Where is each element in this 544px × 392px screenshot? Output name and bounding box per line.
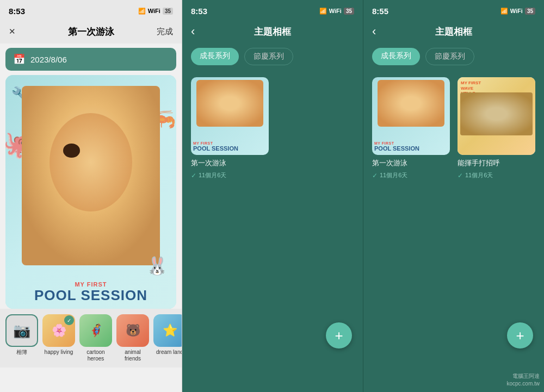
frame-card-title-pool-2: 第一次游泳 bbox=[191, 158, 269, 168]
status-icons-2: 📶 WiFi 35 bbox=[319, 8, 354, 15]
tab-festival-2[interactable]: 節慶系列 bbox=[244, 48, 293, 65]
frame-pool-small-2: MY FIRST bbox=[193, 141, 267, 145]
thumb-strip: 📷 相簿 ✓ 🌸 happy living 🦸 cartoon heroes 🐻… bbox=[0, 309, 182, 368]
close-button[interactable]: ✕ bbox=[9, 27, 30, 36]
date-bar[interactable]: 📅 2023/8/06 bbox=[5, 48, 176, 71]
frame-thumb-pool-3: MY FIRST POOL SESSION bbox=[372, 77, 450, 155]
frame-thumb-inner-pool-3: MY FIRST POOL SESSION bbox=[372, 77, 450, 155]
time-3: 8:55 bbox=[372, 7, 388, 16]
calendar-icon: 📅 bbox=[13, 53, 25, 65]
panel-frames-1: 8:53 📶 WiFi 35 ‹ 主題相框 成長系列 節慶系列 MY FIRST… bbox=[182, 0, 363, 392]
frame-pool-label-2: MY FIRST POOL SESSION bbox=[193, 141, 267, 152]
battery-1: 35 bbox=[163, 8, 173, 15]
thumb-label-dream-land: dream land bbox=[156, 349, 182, 356]
frame-thumb-hello-3: MY FIRSTWAVEHELLO bbox=[458, 77, 535, 155]
nav-bar-3: ‹ 主題相框 bbox=[363, 20, 544, 43]
frame-card-sub-hello-3: ✓ 11個月6天 bbox=[458, 171, 535, 179]
check-icon-pool-2: ✓ bbox=[191, 172, 196, 179]
frame-thumb-inner-pool-2: MY FIRST POOL SESSION bbox=[191, 77, 269, 155]
thumb-img-happy-living: ✓ 🌸 bbox=[42, 314, 75, 347]
wifi-icon-2: WiFi bbox=[329, 8, 342, 14]
frame-card-sub-text-hello-3: 11個月6天 bbox=[465, 171, 493, 179]
back-button-3[interactable]: ‹ bbox=[372, 24, 394, 39]
watermark-line1: 電腦王阿達 bbox=[506, 372, 540, 380]
status-bar-2: 8:53 📶 WiFi 35 bbox=[182, 0, 363, 20]
watermark-line2: kocpc.com.tw bbox=[506, 380, 540, 388]
rabbit-decoration: 🐰 bbox=[146, 256, 168, 276]
thumb-album[interactable]: 📷 相簿 bbox=[5, 314, 38, 362]
time-2: 8:53 bbox=[191, 7, 207, 16]
frame-thumb-inner-hello-3: MY FIRSTWAVEHELLO bbox=[458, 77, 535, 155]
panel-editor: 8:53 📶 WiFi 35 ✕ 第一次游泳 完成 📅 2023/8/06 🐙 … bbox=[0, 0, 182, 392]
nav-bar-1: ✕ 第一次游泳 完成 bbox=[0, 20, 182, 43]
wifi-icon-3: WiFi bbox=[510, 8, 523, 14]
status-icons-3: 📶 WiFi 35 bbox=[500, 8, 535, 15]
wifi-icon-1: WiFi bbox=[148, 8, 160, 14]
frame-card-sub-pool-2: ✓ 11個月6天 bbox=[191, 171, 269, 179]
frame-thumb-pool-2: MY FIRST POOL SESSION bbox=[191, 77, 269, 155]
frame-card-sub-pool-3: ✓ 11個月6天 bbox=[372, 171, 450, 179]
frame-baby-photo-pool-2 bbox=[196, 80, 263, 127]
thumb-label-animal-friends: animal friends bbox=[116, 349, 149, 362]
time-1: 8:53 bbox=[9, 7, 25, 16]
tab-festival-3[interactable]: 節慶系列 bbox=[425, 48, 474, 65]
frame-card-sub-text-pool-3: 11個月6天 bbox=[380, 171, 407, 179]
photo-card: 🐙 🦐 🔧 🐰 MY FIRST POOL SESSION bbox=[5, 75, 176, 309]
tab-growth-3[interactable]: 成長系列 bbox=[372, 48, 420, 65]
thumb-img-animal-friends: 🐻 bbox=[116, 314, 149, 347]
signal-icon-2: 📶 bbox=[319, 8, 327, 15]
add-button-2[interactable]: + bbox=[326, 322, 352, 349]
done-button[interactable]: 完成 bbox=[151, 27, 173, 37]
hello-baby-photo bbox=[460, 92, 533, 135]
thumb-animal-friends[interactable]: 🐻 animal friends bbox=[116, 314, 149, 362]
signal-icon-3: 📶 bbox=[500, 8, 508, 15]
frame-pool-small-3: MY FIRST bbox=[374, 141, 448, 145]
thumb-cartoon-heroes[interactable]: 🦸 cartoon heroes bbox=[79, 314, 112, 362]
tabs-bar-3: 成長系列 節慶系列 bbox=[363, 43, 544, 70]
page-title-1: 第一次游泳 bbox=[30, 26, 151, 38]
date-text: 2023/8/06 bbox=[30, 55, 67, 64]
baby-photo bbox=[22, 86, 160, 265]
battery-3: 35 bbox=[525, 8, 535, 15]
watermark: 電腦王阿達 kocpc.com.tw bbox=[506, 372, 540, 388]
frame-pool-big-2: POOL SESSION bbox=[193, 145, 267, 152]
card-label: MY FIRST POOL SESSION bbox=[5, 281, 176, 303]
thumb-img-album: 📷 bbox=[5, 314, 38, 347]
frame-card-title-pool-3: 第一次游泳 bbox=[372, 158, 450, 168]
status-bar-3: 8:55 📶 WiFi 35 bbox=[363, 0, 544, 20]
tab-growth-2[interactable]: 成長系列 bbox=[191, 48, 239, 65]
signal-icon-1: 📶 bbox=[138, 8, 146, 15]
status-icons-1: 📶 WiFi 35 bbox=[138, 8, 173, 15]
add-button-3[interactable]: + bbox=[507, 322, 533, 349]
page-title-2: 主題相框 bbox=[213, 26, 332, 38]
thumb-label-cartoon-heroes: cartoon heroes bbox=[79, 349, 112, 362]
check-icon-hello-3: ✓ bbox=[458, 172, 463, 179]
back-button-2[interactable]: ‹ bbox=[191, 24, 213, 39]
frame-pool-label-3: MY FIRST POOL SESSION bbox=[374, 141, 448, 152]
baby-face bbox=[22, 86, 160, 265]
page-title-3: 主題相框 bbox=[394, 26, 514, 38]
tabs-bar-2: 成長系列 節慶系列 bbox=[182, 43, 363, 70]
frame-card-pool-3[interactable]: MY FIRST POOL SESSION 第一次游泳 ✓ 11個月6天 bbox=[372, 77, 450, 384]
nav-bar-2: ‹ 主題相框 bbox=[182, 20, 363, 43]
battery-2: 35 bbox=[344, 8, 354, 15]
frame-card-sub-text-pool-2: 11個月6天 bbox=[199, 171, 226, 179]
thumb-happy-living[interactable]: ✓ 🌸 happy living bbox=[42, 314, 75, 362]
frame-pool-big-3: POOL SESSION bbox=[374, 145, 448, 152]
card-label-big: POOL SESSION bbox=[5, 288, 176, 303]
frame-baby-photo-pool-3 bbox=[378, 80, 444, 127]
thumb-img-cartoon-heroes: 🦸 bbox=[79, 314, 112, 347]
check-icon-pool-3: ✓ bbox=[372, 172, 378, 179]
frame-card-pool-2[interactable]: MY FIRST POOL SESSION 第一次游泳 ✓ 11個月6天 bbox=[191, 77, 269, 384]
thumb-img-dream-land: ⭐ bbox=[153, 314, 182, 347]
frame-card-title-hello-3: 能揮手打招呼 bbox=[458, 158, 535, 168]
thumb-label-happy-living: happy living bbox=[45, 349, 73, 356]
check-icon: ✓ bbox=[64, 315, 74, 325]
panel-frames-2: 8:55 📶 WiFi 35 ‹ 主題相框 成長系列 節慶系列 MY FIRST… bbox=[363, 0, 544, 392]
thumb-label-album: 相簿 bbox=[16, 349, 27, 356]
thumb-dream-land[interactable]: ⭐ dream land bbox=[153, 314, 182, 362]
status-bar-1: 8:53 📶 WiFi 35 bbox=[0, 0, 182, 20]
